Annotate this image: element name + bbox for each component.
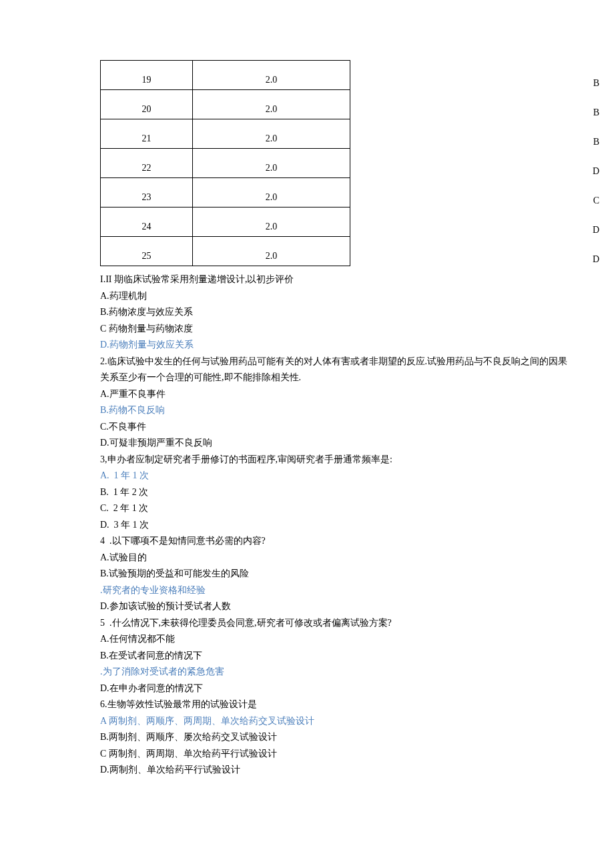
question-line: C. 2 年 1 次 bbox=[100, 500, 601, 517]
table-row: 232.0 bbox=[101, 178, 350, 207]
question-number-cell: 23 bbox=[101, 178, 193, 207]
question-line: I.II 期临床试验常采用剂量递增设计,以初步评价 bbox=[100, 272, 601, 288]
answer-option-highlighted: .研究者的专业资格和经验 bbox=[100, 582, 601, 599]
question-line: B. 1 年 2 次 bbox=[100, 484, 601, 501]
score-cell: 2.0 bbox=[193, 149, 350, 178]
answer-option-highlighted: .为了消除对受试者的紧急危害 bbox=[100, 664, 601, 681]
question-number-cell: 25 bbox=[101, 237, 193, 266]
answer-letter: C bbox=[593, 192, 599, 209]
question-line: A.任何情况都不能 bbox=[100, 631, 601, 648]
answer-option-highlighted: A 两制剂、两顺序、两周期、单次给药交叉试验设计 bbox=[100, 713, 601, 730]
question-line: B.试验预期的受益和可能发生的风险 bbox=[100, 566, 601, 582]
score-cell: 2.0 bbox=[193, 237, 350, 266]
question-line: B.两制剂、两顺序、屡次给药交叉试验设计 bbox=[100, 729, 601, 746]
answer-letter: D bbox=[593, 222, 599, 238]
question-line: C.不良事件 bbox=[100, 419, 601, 436]
answer-letter: B bbox=[593, 133, 599, 150]
question-line: A.药理机制 bbox=[100, 288, 601, 305]
question-line: C 药物剂量与药物浓度 bbox=[100, 321, 601, 338]
score-table-wrap: 192.0202.0212.0222.0232.0242.0252.0 BBBD… bbox=[0, 60, 614, 266]
question-number-cell: 19 bbox=[101, 61, 193, 90]
score-cell: 2.0 bbox=[193, 119, 350, 149]
answer-letter: D bbox=[593, 251, 599, 268]
question-number-cell: 22 bbox=[101, 149, 193, 178]
question-line: D. 3 年 1 次 bbox=[100, 517, 601, 534]
question-line: 6.生物等效性试验最常用的试验设计是 bbox=[100, 697, 601, 713]
question-line: B.在受试者同意的情况下 bbox=[100, 648, 601, 665]
question-line: D.参加该试验的预计受试者人数 bbox=[100, 598, 601, 615]
question-line: 3,申办者应制定研究者手册修订的书面程序,审阅研究者手册通常频率是: bbox=[100, 452, 601, 468]
table-row: 192.0 bbox=[101, 61, 350, 90]
table-row: 242.0 bbox=[101, 207, 350, 237]
score-cell: 2.0 bbox=[193, 90, 350, 119]
table-row: 212.0 bbox=[101, 119, 350, 149]
question-line: 4 .以下哪项不是知情同意书必需的内容? bbox=[100, 533, 601, 550]
question-line: B.药物浓度与效应关系 bbox=[100, 304, 601, 321]
table-row: 222.0 bbox=[101, 149, 350, 178]
score-cell: 2.0 bbox=[193, 61, 350, 90]
answer-option-highlighted: B.药物不良反响 bbox=[100, 402, 601, 419]
score-cell: 2.0 bbox=[193, 178, 350, 207]
answer-option-highlighted: A. 1 年 1 次 bbox=[100, 468, 601, 484]
question-line: C 两制剂、两周期、单次给药平行试验设计 bbox=[100, 746, 601, 763]
answer-letter: B bbox=[593, 75, 599, 91]
answer-letter: D bbox=[593, 163, 599, 179]
score-table: 192.0202.0212.0222.0232.0242.0252.0 bbox=[100, 60, 350, 266]
question-number-cell: 21 bbox=[101, 119, 193, 149]
question-line: A.严重不良事件 bbox=[100, 386, 601, 403]
question-content: I.II 期临床试验常采用剂量递增设计,以初步评价A.药理机制B.药物浓度与效应… bbox=[0, 272, 614, 779]
question-line: 2.临床试验中发生的任何与试验用药品可能有关的对人体有害或者非期望的反应.试验用… bbox=[100, 354, 601, 370]
question-line: A.试验目的 bbox=[100, 550, 601, 566]
question-line: D.在申办者同意的情况下 bbox=[100, 681, 601, 697]
question-line: D.两制剂、单次给药平行试验设计 bbox=[100, 762, 601, 779]
table-row: 202.0 bbox=[101, 90, 350, 119]
table-row: 252.0 bbox=[101, 237, 350, 266]
answer-option-highlighted: D.药物剂量与效应关系 bbox=[100, 337, 601, 354]
answer-letter: B bbox=[593, 104, 599, 121]
score-cell: 2.0 bbox=[193, 207, 350, 237]
question-number-cell: 24 bbox=[101, 207, 193, 237]
question-line: D.可疑非预期严重不良反响 bbox=[100, 435, 601, 452]
question-line: 关系至少有一个合理的可能性,即不能排除相关性. bbox=[100, 370, 601, 386]
question-number-cell: 20 bbox=[101, 90, 193, 119]
question-line: 5 .什么情况下,未获得伦理委员会同意,研究者可修改或者偏离试验方案? bbox=[100, 615, 601, 632]
